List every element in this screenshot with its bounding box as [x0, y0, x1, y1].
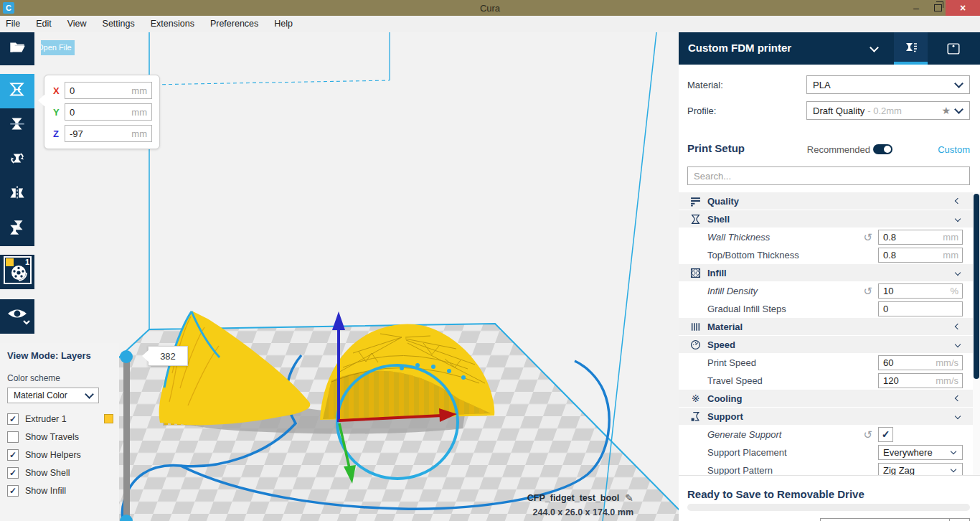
tool-view-mode-button[interactable] [0, 299, 34, 334]
setting-input-infill-density[interactable]: 10% [878, 283, 963, 299]
setting-label: Travel Speed [690, 375, 763, 386]
material-value: PLA [807, 80, 831, 90]
menu-preferences[interactable]: Preferences [202, 16, 266, 32]
menu-file[interactable]: File [6, 16, 28, 32]
menu-help[interactable]: Help [266, 16, 301, 32]
settings-list: QualityShellWall Thickness↺0.8mmTop/Bott… [679, 192, 973, 479]
setting-label: Infill Density [690, 286, 758, 296]
progress-bar [687, 504, 970, 511]
setting-input-wall-thickness[interactable]: 0.8mm [878, 230, 963, 245]
checkbox-show-shell[interactable]: ✓ [7, 467, 19, 479]
mode-custom-label[interactable]: Custom [938, 144, 970, 155]
setting-input-gradual-infill-steps[interactable]: 0 [878, 301, 963, 316]
tool-rotate-button[interactable] [0, 143, 34, 177]
extruder-1-icon: 1 [1, 254, 34, 290]
printer-selector[interactable]: Custom FDM printer [688, 42, 791, 54]
tab-monitor[interactable] [936, 32, 970, 65]
infill-icon [690, 268, 701, 278]
menu-settings[interactable]: Settings [95, 16, 143, 32]
tool-open-file-button[interactable] [0, 32, 34, 65]
category-speed[interactable]: Speed [679, 336, 973, 353]
save-button-partial[interactable] [820, 518, 970, 521]
setting-row-support-placement: Support PlacementEverywhere [679, 443, 973, 461]
tab-print-setup[interactable] [894, 32, 928, 65]
layer-slider-track[interactable] [123, 352, 130, 521]
setting-input-print-speed[interactable]: 60mm/s [878, 355, 963, 370]
axis-input-z[interactable]: -97mm [65, 125, 152, 142]
setting-checkbox-generate-support[interactable]: ✓ [878, 427, 893, 442]
axis-input-x[interactable]: 0mm [65, 82, 152, 99]
cura-window: C Cura – × FileEditViewSettingsExtension… [0, 0, 980, 521]
title-bar: C Cura – × [0, 0, 980, 16]
category-material[interactable]: Material [679, 318, 973, 335]
category-infill[interactable]: Infill [679, 264, 973, 281]
chevron-down-icon [951, 449, 956, 454]
rename-pencil-icon[interactable]: ✎ [625, 492, 633, 504]
setting-row-gradual-infill-steps: Gradual Infill Steps0 [679, 300, 973, 318]
checkbox-extruder-1[interactable]: ✓ [7, 413, 19, 425]
settings-scrollbar-thumb[interactable] [974, 194, 979, 379]
profile-label: Profile: [687, 105, 716, 116]
axis-row-y: Y0mm [53, 103, 152, 121]
category-shell[interactable]: Shell [679, 210, 973, 227]
tool-move-button[interactable] [0, 74, 34, 108]
setting-input-travel-speed[interactable]: 120mm/s [878, 373, 963, 388]
monitor-icon [946, 41, 961, 57]
category-label: Cooling [707, 393, 742, 404]
setting-unit: % [950, 286, 962, 296]
tool-scale-button[interactable] [0, 108, 34, 143]
axis-input-y[interactable]: 0mm [65, 103, 152, 121]
category-support[interactable]: Support [679, 408, 973, 425]
checkbox-show-helpers[interactable]: ✓ [7, 449, 19, 461]
axis-label-x: X [53, 85, 65, 96]
view-option-show-infill: ✓Show Infill [7, 482, 113, 499]
menu-extensions[interactable]: Extensions [143, 16, 202, 32]
print-setup-bar: Print Setup Recommended Custom [679, 129, 980, 192]
category-cooling[interactable]: ※Cooling [679, 390, 973, 407]
category-label: Support [707, 411, 743, 422]
checkbox-show-travels[interactable] [7, 431, 19, 443]
shell-icon [690, 214, 701, 225]
setting-label: Wall Thickness [690, 232, 770, 243]
view-option-label: Show Shell [25, 468, 70, 478]
chevron-down-icon [954, 79, 963, 88]
axis-unit: mm [131, 128, 151, 139]
category-label: Infill [707, 268, 727, 278]
menu-edit[interactable]: Edit [28, 16, 60, 32]
axis-label-z: Z [53, 128, 65, 139]
setting-value: 0.8 [879, 250, 896, 260]
profile-dropdown[interactable]: Draft Quality - 0.2mm ★ [806, 101, 970, 120]
setting-label: Generate Support [690, 429, 781, 440]
tool-extruder-1-button[interactable]: 1 [0, 255, 34, 289]
category-quality[interactable]: Quality [679, 192, 973, 210]
output-status: Ready to Save to Removable Drive [687, 488, 864, 500]
view-option-extruder-1: ✓Extruder 1 [7, 410, 113, 428]
color-scheme-dropdown[interactable]: Material Color [7, 388, 99, 403]
tool-mirror-button[interactable] [0, 177, 34, 212]
menu-view[interactable]: View [60, 16, 95, 32]
setup-mode-toggle[interactable] [873, 144, 892, 154]
revert-icon[interactable]: ↺ [863, 429, 872, 440]
minimize-button[interactable]: – [905, 0, 927, 16]
mode-recommended-label[interactable]: Recommended [807, 144, 870, 155]
settings-search-input[interactable] [688, 167, 969, 184]
view-mode-panel: View Mode: Layers Color scheme Material … [0, 343, 119, 521]
star-icon[interactable]: ★ [941, 105, 951, 116]
checkbox-show-infill[interactable]: ✓ [7, 485, 19, 497]
setting-label: Support Pattern [690, 465, 773, 476]
machine-config: Material: PLA Profile: Draft Quality - 0… [679, 65, 980, 129]
setting-row-wall-thickness: Wall Thickness↺0.8mm [679, 228, 973, 246]
layer-slider-top-handle[interactable] [120, 350, 133, 363]
per-model-settings-icon [7, 217, 27, 240]
tool-per-model-settings-button[interactable] [0, 212, 34, 246]
setting-value: 0.8 [879, 232, 896, 243]
view-option-show-shell: ✓Show Shell [7, 464, 113, 482]
setting-dropdown-support-placement[interactable]: Everywhere [878, 445, 963, 460]
category-label: Quality [707, 196, 739, 207]
revert-icon[interactable]: ↺ [863, 286, 872, 296]
setting-input-top-bottom-thickness[interactable]: 0.8mm [878, 248, 963, 263]
material-dropdown[interactable]: PLA [806, 75, 970, 94]
revert-icon[interactable]: ↺ [863, 232, 872, 243]
close-button[interactable]: × [946, 0, 980, 16]
profile-layer-height: - 0.2mm [867, 105, 902, 116]
